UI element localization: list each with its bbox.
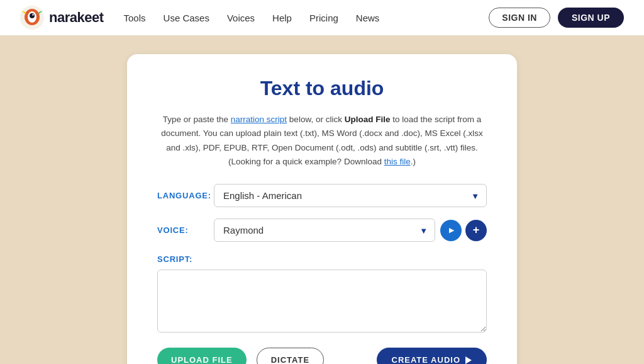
svg-point-4 (32, 14, 33, 15)
add-voice-button[interactable]: + (465, 220, 487, 241)
upload-file-button[interactable]: UPLOAD FILE (157, 348, 247, 364)
desc-part5: .) (411, 157, 416, 166)
script-label: SCRIPT: (157, 254, 192, 264)
play-voice-button[interactable]: ▶ (440, 220, 462, 241)
desc-part2: below, or click (287, 115, 345, 124)
logo-text: narakeet (49, 9, 104, 26)
voice-row: VOICE: Raymond Emma Brian Joanna Matthew… (157, 219, 487, 242)
language-label: LANGUAGE: (157, 191, 214, 200)
language-select[interactable]: English - American English - British Spa… (214, 184, 487, 207)
sign-in-button[interactable]: SIGN IN (489, 8, 550, 28)
nav-pricing[interactable]: Pricing (309, 13, 338, 23)
plus-icon: + (473, 224, 480, 237)
desc-part4: (Looking for a quick example? Download (228, 157, 384, 166)
main-card: Text to audio Type or paste the narratio… (127, 54, 517, 364)
description-text: Type or paste the narration script below… (157, 113, 487, 169)
create-audio-label: CREATE AUDIO (392, 355, 461, 364)
sign-up-button[interactable]: SIGN UP (558, 8, 624, 28)
desc-part1: Type or paste the (163, 115, 231, 124)
voice-select-wrapper: Raymond Emma Brian Joanna Matthew ▼ (214, 219, 435, 242)
create-audio-button[interactable]: CREATE AUDIO (377, 348, 487, 364)
nav-use-cases[interactable]: Use Cases (164, 13, 209, 23)
nav-tools[interactable]: Tools (124, 13, 146, 23)
language-select-wrapper: English - American English - British Spa… (214, 184, 487, 207)
script-label-row: SCRIPT: (157, 253, 487, 264)
main-nav: Tools Use Cases Voices Help Pricing News (124, 13, 469, 23)
language-row: LANGUAGE: English - American English - B… (157, 184, 487, 207)
action-buttons: UPLOAD FILE DICTATE CREATE AUDIO (157, 348, 487, 364)
play-icon: ▶ (449, 226, 454, 234)
create-audio-play-icon (465, 356, 472, 364)
narration-script-link[interactable]: narration script (231, 115, 287, 124)
page-title: Text to audio (157, 77, 487, 100)
upload-file-bold: Upload File (345, 115, 391, 124)
voice-controls: ▶ + (440, 220, 487, 241)
header-actions: SIGN IN SIGN UP (489, 8, 624, 28)
logo-link[interactable]: narakeet (20, 6, 104, 30)
voice-label: VOICE: (157, 225, 214, 235)
header: narakeet Tools Use Cases Voices Help Pri… (0, 0, 644, 35)
nav-voices[interactable]: Voices (227, 13, 255, 23)
main-content: Text to audio Type or paste the narratio… (0, 35, 644, 364)
nav-help[interactable]: Help (272, 13, 292, 23)
nav-news[interactable]: News (356, 13, 380, 23)
dictate-button[interactable]: DICTATE (257, 348, 324, 364)
script-textarea[interactable] (157, 270, 487, 333)
logo-icon (20, 6, 44, 30)
voice-select[interactable]: Raymond Emma Brian Joanna Matthew (214, 219, 435, 242)
svg-point-3 (30, 13, 35, 18)
this-file-link[interactable]: this file (384, 157, 411, 166)
